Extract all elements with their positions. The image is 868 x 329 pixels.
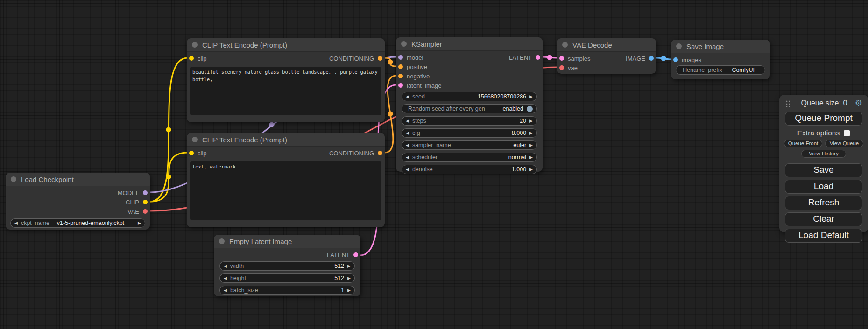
view-queue-button[interactable]: View Queue	[825, 140, 863, 147]
denoise-widget[interactable]: ◀ denoise 1.000 ▶	[402, 165, 537, 174]
next-arrow-icon[interactable]: ▶	[347, 264, 351, 268]
save-button[interactable]: Save	[785, 163, 862, 177]
node-titlebar[interactable]: Load Checkpoint	[6, 173, 150, 186]
input-slot-images[interactable]	[673, 57, 678, 62]
input-slot-clip[interactable]	[189, 151, 194, 155]
node-titlebar[interactable]: Empty Latent Image	[214, 235, 360, 248]
next-arrow-icon[interactable]: ▶	[529, 143, 533, 147]
next-arrow-icon[interactable]: ▶	[529, 95, 533, 99]
scheduler-widget[interactable]: ◀ scheduler normal ▶	[402, 153, 537, 162]
input-slot-latent-image[interactable]	[398, 83, 403, 88]
collapse-dot-icon[interactable]	[401, 41, 407, 47]
batch-size-widget[interactable]: ◀ batch_size 1 ▶	[219, 286, 355, 295]
collapse-dot-icon[interactable]	[676, 43, 682, 49]
filename-prefix-widget[interactable]: filename_prefix ComfyUI	[676, 65, 765, 75]
output-slot-conditioning[interactable]	[378, 151, 382, 155]
cfg-widget[interactable]: ◀ cfg 8.000 ▶	[402, 128, 537, 138]
output-slot-model[interactable]	[143, 190, 148, 195]
next-arrow-icon[interactable]: ▶	[529, 155, 533, 160]
queue-panel[interactable]: Queue size: 0 ⚙ Queue Prompt Extra optio…	[779, 95, 868, 232]
gear-icon[interactable]: ⚙	[855, 99, 862, 107]
node-load-checkpoint[interactable]: Load Checkpoint MODEL CLIP VAE ◀ ckpt_na…	[6, 173, 150, 230]
node-titlebar[interactable]: CLIP Text Encode (Prompt)	[187, 133, 385, 147]
node-titlebar[interactable]: KSampler	[396, 37, 543, 51]
prev-arrow-icon[interactable]: ◀	[406, 155, 409, 160]
input-slot-vae[interactable]	[559, 65, 564, 70]
next-arrow-icon[interactable]: ▶	[138, 221, 141, 225]
input-label: samples	[568, 55, 590, 62]
load-button[interactable]: Load	[785, 180, 862, 194]
node-title: Save Image	[686, 42, 724, 50]
next-arrow-icon[interactable]: ▶	[529, 168, 533, 172]
next-arrow-icon[interactable]: ▶	[347, 288, 351, 293]
prev-arrow-icon[interactable]: ◀	[224, 276, 227, 280]
next-arrow-icon[interactable]: ▶	[347, 276, 351, 280]
steps-widget[interactable]: ◀ steps 20 ▶	[402, 116, 537, 126]
seed-widget[interactable]: ◀ seed 156680208700286 ▶	[402, 92, 537, 101]
next-arrow-icon[interactable]: ▶	[529, 119, 533, 123]
node-clip-text-encode-positive[interactable]: CLIP Text Encode (Prompt) clip CONDITION…	[187, 38, 385, 122]
output-slot-clip[interactable]	[143, 200, 148, 204]
prev-arrow-icon[interactable]: ◀	[406, 131, 409, 135]
clear-button[interactable]: Clear	[785, 212, 862, 226]
output-label: IMAGE	[626, 55, 645, 62]
output-slot-latent[interactable]	[353, 252, 358, 257]
width-widget[interactable]: ◀ width 512 ▶	[219, 261, 355, 271]
input-label: model	[407, 54, 423, 61]
link-dot	[388, 112, 393, 117]
node-clip-text-encode-negative[interactable]: CLIP Text Encode (Prompt) clip CONDITION…	[187, 133, 385, 227]
prev-arrow-icon[interactable]: ◀	[406, 119, 409, 123]
prev-arrow-icon[interactable]: ◀	[406, 168, 409, 172]
input-slot-positive[interactable]	[398, 64, 403, 69]
output-slot-latent[interactable]	[536, 55, 540, 60]
height-widget[interactable]: ◀ height 512 ▶	[219, 273, 355, 283]
output-slot-vae[interactable]	[143, 209, 148, 214]
queue-front-button[interactable]: Queue Front	[784, 140, 822, 147]
random-seed-toggle-widget[interactable]: Random seed after every gen enabled	[402, 104, 537, 113]
widget-label: steps	[412, 118, 426, 124]
input-slot-model[interactable]	[398, 55, 403, 60]
prev-arrow-icon[interactable]: ◀	[406, 95, 409, 99]
node-title: VAE Decode	[572, 41, 612, 49]
node-titlebar[interactable]: CLIP Text Encode (Prompt)	[187, 38, 385, 52]
queue-prompt-button[interactable]: Queue Prompt	[785, 112, 862, 126]
prev-arrow-icon[interactable]: ◀	[224, 264, 227, 268]
node-vae-decode[interactable]: VAE Decode samples IMAGE vae	[557, 38, 656, 74]
widget-value: ComfyUI	[732, 67, 755, 73]
input-slot-clip[interactable]	[189, 56, 194, 61]
node-ksampler[interactable]: KSampler model LATENT positive negative …	[396, 37, 543, 172]
refresh-button[interactable]: Refresh	[785, 196, 862, 210]
prev-arrow-icon[interactable]: ◀	[406, 143, 409, 147]
input-slot-samples[interactable]	[559, 56, 564, 61]
negative-prompt-textarea[interactable]: text, watermark	[190, 161, 381, 220]
node-save-image[interactable]: Save Image images filename_prefix ComfyU…	[671, 40, 770, 79]
queue-size-label: Queue size: 0	[793, 99, 855, 107]
node-titlebar[interactable]: Save Image	[671, 40, 770, 53]
next-arrow-icon[interactable]: ▶	[529, 131, 533, 135]
extra-options-checkbox[interactable]	[844, 130, 850, 136]
output-slot-image[interactable]	[649, 56, 654, 61]
collapse-dot-icon[interactable]	[219, 238, 225, 244]
collapse-dot-icon[interactable]	[192, 137, 198, 142]
prev-arrow-icon[interactable]: ◀	[14, 221, 18, 225]
widget-value: v1-5-pruned-emaonly.ckpt	[57, 220, 124, 226]
ckpt-name-widget[interactable]: ◀ ckpt_name v1-5-pruned-emaonly.ckpt ▶	[10, 218, 145, 228]
load-default-button[interactable]: Load Default	[785, 229, 862, 243]
node-titlebar[interactable]: VAE Decode	[557, 38, 656, 52]
positive-prompt-textarea[interactable]: beautiful scenery nature glass bottle la…	[190, 67, 381, 115]
node-title: CLIP Text Encode (Prompt)	[202, 136, 287, 144]
sampler-name-widget[interactable]: ◀ sampler_name euler ▶	[402, 140, 537, 150]
collapse-dot-icon[interactable]	[11, 176, 16, 182]
node-empty-latent-image[interactable]: Empty Latent Image LATENT ◀ width 512 ▶ …	[214, 235, 360, 296]
toggle-enabled-icon[interactable]	[527, 106, 533, 112]
view-history-button[interactable]: View History	[801, 150, 846, 158]
output-slot-conditioning[interactable]	[378, 56, 382, 61]
input-slot-negative[interactable]	[398, 74, 403, 78]
collapse-dot-icon[interactable]	[562, 42, 568, 48]
extra-options-label: Extra options	[797, 129, 840, 137]
drag-handle-icon[interactable]	[785, 99, 790, 107]
output-label: VAE	[127, 208, 139, 215]
collapse-dot-icon[interactable]	[192, 42, 198, 48]
prev-arrow-icon[interactable]: ◀	[224, 288, 227, 293]
widget-label: cfg	[412, 130, 420, 136]
